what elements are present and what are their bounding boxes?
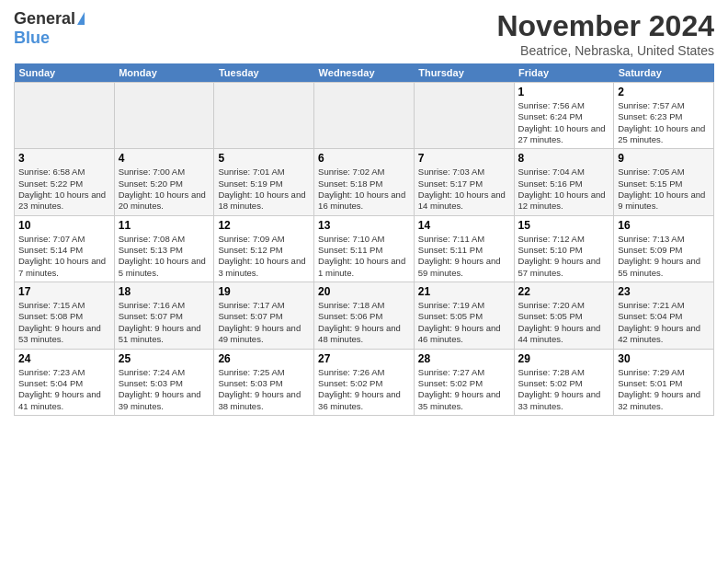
calendar-cell: 7Sunrise: 7:03 AM Sunset: 5:17 PM Daylig… xyxy=(414,149,514,215)
calendar-cell: 26Sunrise: 7:25 AM Sunset: 5:03 PM Dayli… xyxy=(214,349,314,415)
calendar-cell: 17Sunrise: 7:15 AM Sunset: 5:08 PM Dayli… xyxy=(15,282,115,349)
day-info: Sunrise: 7:09 AM Sunset: 5:12 PM Dayligh… xyxy=(218,234,310,279)
day-number: 30 xyxy=(618,352,710,365)
day-info: Sunrise: 7:05 AM Sunset: 5:15 PM Dayligh… xyxy=(618,167,710,212)
logo-general-text: General xyxy=(14,9,75,29)
day-info: Sunrise: 7:25 AM Sunset: 5:03 PM Dayligh… xyxy=(218,367,310,412)
calendar-cell: 14Sunrise: 7:11 AM Sunset: 5:11 PM Dayli… xyxy=(414,215,514,282)
calendar-cell: 23Sunrise: 7:21 AM Sunset: 5:04 PM Dayli… xyxy=(614,282,714,349)
day-number: 24 xyxy=(18,352,110,365)
day-number: 26 xyxy=(218,352,310,365)
day-number: 23 xyxy=(618,285,710,298)
day-number: 18 xyxy=(119,285,210,298)
day-info: Sunrise: 7:13 AM Sunset: 5:09 PM Dayligh… xyxy=(618,234,710,279)
day-number: 11 xyxy=(119,219,210,232)
calendar-cell: 2Sunrise: 7:57 AM Sunset: 6:23 PM Daylig… xyxy=(614,83,714,149)
calendar-cell xyxy=(114,83,214,149)
day-info: Sunrise: 7:07 AM Sunset: 5:14 PM Dayligh… xyxy=(18,234,110,279)
calendar-cell: 6Sunrise: 7:02 AM Sunset: 5:18 PM Daylig… xyxy=(314,149,415,215)
day-number: 16 xyxy=(618,219,710,232)
calendar-cell: 4Sunrise: 7:00 AM Sunset: 5:20 PM Daylig… xyxy=(114,149,214,215)
calendar-header-thursday: Thursday xyxy=(414,63,514,83)
calendar-cell: 11Sunrise: 7:08 AM Sunset: 5:13 PM Dayli… xyxy=(114,215,214,282)
day-info: Sunrise: 7:26 AM Sunset: 5:02 PM Dayligh… xyxy=(318,367,410,412)
day-number: 17 xyxy=(18,285,110,298)
day-number: 10 xyxy=(18,219,110,232)
calendar-cell: 18Sunrise: 7:16 AM Sunset: 5:07 PM Dayli… xyxy=(114,282,214,349)
calendar-cell: 30Sunrise: 7:29 AM Sunset: 5:01 PM Dayli… xyxy=(614,349,714,415)
day-info: Sunrise: 7:16 AM Sunset: 5:07 PM Dayligh… xyxy=(119,300,210,345)
calendar-cell: 24Sunrise: 7:23 AM Sunset: 5:04 PM Dayli… xyxy=(15,349,115,415)
calendar-cell: 25Sunrise: 7:24 AM Sunset: 5:03 PM Dayli… xyxy=(114,349,214,415)
day-number: 1 xyxy=(518,86,610,98)
day-info: Sunrise: 7:08 AM Sunset: 5:13 PM Dayligh… xyxy=(119,234,210,279)
day-info: Sunrise: 6:58 AM Sunset: 5:22 PM Dayligh… xyxy=(18,167,110,212)
day-number: 6 xyxy=(318,152,410,165)
calendar-cell: 22Sunrise: 7:20 AM Sunset: 5:05 PM Dayli… xyxy=(514,282,614,349)
day-info: Sunrise: 7:23 AM Sunset: 5:04 PM Dayligh… xyxy=(18,367,110,412)
calendar-cell: 21Sunrise: 7:19 AM Sunset: 5:05 PM Dayli… xyxy=(414,282,514,349)
calendar-cell: 27Sunrise: 7:26 AM Sunset: 5:02 PM Dayli… xyxy=(314,349,415,415)
day-number: 15 xyxy=(518,219,610,232)
day-info: Sunrise: 7:01 AM Sunset: 5:19 PM Dayligh… xyxy=(218,167,310,212)
calendar-week-row: 10Sunrise: 7:07 AM Sunset: 5:14 PM Dayli… xyxy=(15,215,714,282)
location: Beatrice, Nebraska, United States xyxy=(496,43,714,58)
calendar-cell xyxy=(414,83,514,149)
day-number: 7 xyxy=(418,152,510,165)
calendar-header-sunday: Sunday xyxy=(15,63,115,83)
calendar-week-row: 17Sunrise: 7:15 AM Sunset: 5:08 PM Dayli… xyxy=(15,282,714,349)
logo: General Blue xyxy=(14,9,85,48)
calendar-cell: 15Sunrise: 7:12 AM Sunset: 5:10 PM Dayli… xyxy=(514,215,614,282)
day-info: Sunrise: 7:12 AM Sunset: 5:10 PM Dayligh… xyxy=(518,234,610,279)
calendar-header-tuesday: Tuesday xyxy=(214,63,314,83)
calendar-cell xyxy=(214,83,314,149)
calendar-cell: 28Sunrise: 7:27 AM Sunset: 5:02 PM Dayli… xyxy=(414,349,514,415)
calendar-cell xyxy=(15,83,115,149)
main-container: General Blue November 2024 Beatrice, Neb… xyxy=(0,0,728,420)
calendar-cell: 19Sunrise: 7:17 AM Sunset: 5:07 PM Dayli… xyxy=(214,282,314,349)
day-info: Sunrise: 7:21 AM Sunset: 5:04 PM Dayligh… xyxy=(618,300,710,345)
calendar-table: SundayMondayTuesdayWednesdayThursdayFrid… xyxy=(14,63,714,416)
day-number: 21 xyxy=(418,285,510,298)
day-info: Sunrise: 7:00 AM Sunset: 5:20 PM Dayligh… xyxy=(119,167,210,212)
day-info: Sunrise: 7:57 AM Sunset: 6:23 PM Dayligh… xyxy=(618,100,710,145)
calendar-header-monday: Monday xyxy=(114,63,214,83)
calendar-cell: 16Sunrise: 7:13 AM Sunset: 5:09 PM Dayli… xyxy=(614,215,714,282)
day-info: Sunrise: 7:56 AM Sunset: 6:24 PM Dayligh… xyxy=(518,100,610,145)
day-info: Sunrise: 7:02 AM Sunset: 5:18 PM Dayligh… xyxy=(318,167,410,212)
calendar-header-friday: Friday xyxy=(514,63,614,83)
calendar-header-saturday: Saturday xyxy=(614,63,714,83)
calendar-cell: 5Sunrise: 7:01 AM Sunset: 5:19 PM Daylig… xyxy=(214,149,314,215)
day-info: Sunrise: 7:20 AM Sunset: 5:05 PM Dayligh… xyxy=(518,300,610,345)
day-number: 2 xyxy=(618,86,710,98)
day-info: Sunrise: 7:15 AM Sunset: 5:08 PM Dayligh… xyxy=(18,300,110,345)
calendar-cell: 10Sunrise: 7:07 AM Sunset: 5:14 PM Dayli… xyxy=(15,215,115,282)
month-title: November 2024 xyxy=(496,9,714,43)
calendar-header-wednesday: Wednesday xyxy=(314,63,415,83)
calendar-cell: 20Sunrise: 7:18 AM Sunset: 5:06 PM Dayli… xyxy=(314,282,415,349)
day-info: Sunrise: 7:10 AM Sunset: 5:11 PM Dayligh… xyxy=(318,234,410,279)
day-number: 14 xyxy=(418,219,510,232)
day-number: 22 xyxy=(518,285,610,298)
day-number: 13 xyxy=(318,219,410,232)
calendar-week-row: 3Sunrise: 6:58 AM Sunset: 5:22 PM Daylig… xyxy=(15,149,714,215)
day-info: Sunrise: 7:18 AM Sunset: 5:06 PM Dayligh… xyxy=(318,300,410,345)
logo-triangle-icon xyxy=(77,12,85,25)
day-info: Sunrise: 7:04 AM Sunset: 5:16 PM Dayligh… xyxy=(518,167,610,212)
day-info: Sunrise: 7:03 AM Sunset: 5:17 PM Dayligh… xyxy=(418,167,510,212)
day-number: 12 xyxy=(218,219,310,232)
day-info: Sunrise: 7:24 AM Sunset: 5:03 PM Dayligh… xyxy=(119,367,210,412)
day-info: Sunrise: 7:29 AM Sunset: 5:01 PM Dayligh… xyxy=(618,367,710,412)
day-number: 20 xyxy=(318,285,410,298)
day-number: 29 xyxy=(518,352,610,365)
calendar-cell: 29Sunrise: 7:28 AM Sunset: 5:02 PM Dayli… xyxy=(514,349,614,415)
day-number: 9 xyxy=(618,152,710,165)
day-number: 25 xyxy=(119,352,210,365)
day-number: 19 xyxy=(218,285,310,298)
calendar-cell: 1Sunrise: 7:56 AM Sunset: 6:24 PM Daylig… xyxy=(514,83,614,149)
calendar-cell xyxy=(314,83,415,149)
day-info: Sunrise: 7:17 AM Sunset: 5:07 PM Dayligh… xyxy=(218,300,310,345)
header-area: General Blue November 2024 Beatrice, Neb… xyxy=(14,9,714,58)
calendar-cell: 9Sunrise: 7:05 AM Sunset: 5:15 PM Daylig… xyxy=(614,149,714,215)
logo-blue-text: Blue xyxy=(14,29,50,48)
